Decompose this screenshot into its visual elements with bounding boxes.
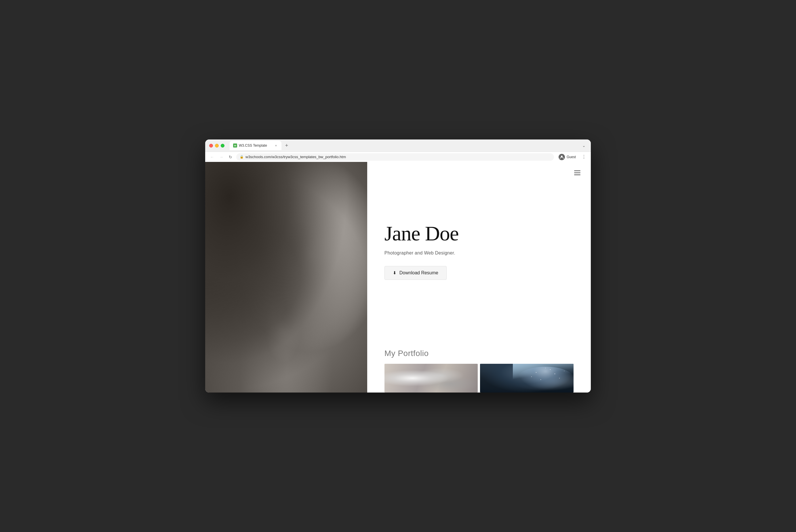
hamburger-line-3 <box>574 174 580 175</box>
hamburger-menu-button[interactable] <box>572 169 582 177</box>
underwater-particles <box>480 364 574 393</box>
portfolio-item-2[interactable] <box>480 364 574 393</box>
portfolio-grid <box>385 364 574 393</box>
tab-favicon-icon: w <box>233 144 237 148</box>
download-icon: ⬇ <box>393 270 396 276</box>
hero-name: Jane Doe <box>385 222 574 245</box>
tab-bar: w W3.CSS Template × + ⌄ <box>230 141 587 150</box>
hero-subtitle: Photographer and Web Designer. <box>385 250 574 255</box>
svg-point-0 <box>561 156 562 157</box>
profile-icon <box>559 154 565 160</box>
hamburger-line-2 <box>574 173 580 173</box>
portfolio-item-1[interactable] <box>385 364 478 393</box>
back-button[interactable]: ← <box>209 154 216 160</box>
new-tab-button[interactable]: + <box>283 141 291 150</box>
profile-button[interactable]: Guest <box>556 153 578 161</box>
url-bar[interactable]: 🔒 w3schools.com/w3css/tryw3css_templates… <box>236 153 554 161</box>
chrome-titlebar: w W3.CSS Template × + ⌄ <box>205 139 591 152</box>
traffic-lights <box>209 144 224 148</box>
profile-label: Guest <box>567 155 576 159</box>
website-content: Jane Doe Photographer and Web Designer. … <box>205 162 591 393</box>
download-btn-label: Download Resume <box>400 270 438 276</box>
active-tab[interactable]: w W3.CSS Template × <box>230 141 281 150</box>
portfolio-section: My Portfolio <box>385 346 574 393</box>
content-panel: Jane Doe Photographer and Web Designer. … <box>367 162 591 393</box>
address-bar: ← → ↻ 🔒 w3schools.com/w3css/tryw3css_tem… <box>205 152 591 162</box>
lock-icon: 🔒 <box>240 155 244 159</box>
forward-button[interactable]: → <box>218 154 225 160</box>
browser-window: w W3.CSS Template × + ⌄ ← → ↻ 🔒 w3school… <box>205 139 591 393</box>
portfolio-thumb-image-1 <box>385 364 478 393</box>
tab-chevron-icon[interactable]: ⌄ <box>582 143 587 148</box>
hamburger-line-1 <box>574 171 580 171</box>
hero-photo <box>205 162 367 393</box>
bw-photo-background <box>205 162 367 393</box>
tab-title: W3.CSS Template <box>239 144 272 148</box>
hero-section: Jane Doe Photographer and Web Designer. … <box>385 162 574 346</box>
maximize-window-button[interactable] <box>221 144 224 148</box>
browser-menu-button[interactable]: ⋮ <box>580 153 587 161</box>
url-text: w3schools.com/w3css/tryw3css_templates_b… <box>245 155 551 159</box>
close-window-button[interactable] <box>209 144 213 148</box>
portfolio-title: My Portfolio <box>385 349 574 358</box>
tab-close-button[interactable]: × <box>274 144 278 148</box>
face-overlay <box>205 162 367 393</box>
download-resume-button[interactable]: ⬇ Download Resume <box>385 266 447 280</box>
minimize-window-button[interactable] <box>215 144 219 148</box>
reload-button[interactable]: ↻ <box>227 154 234 160</box>
